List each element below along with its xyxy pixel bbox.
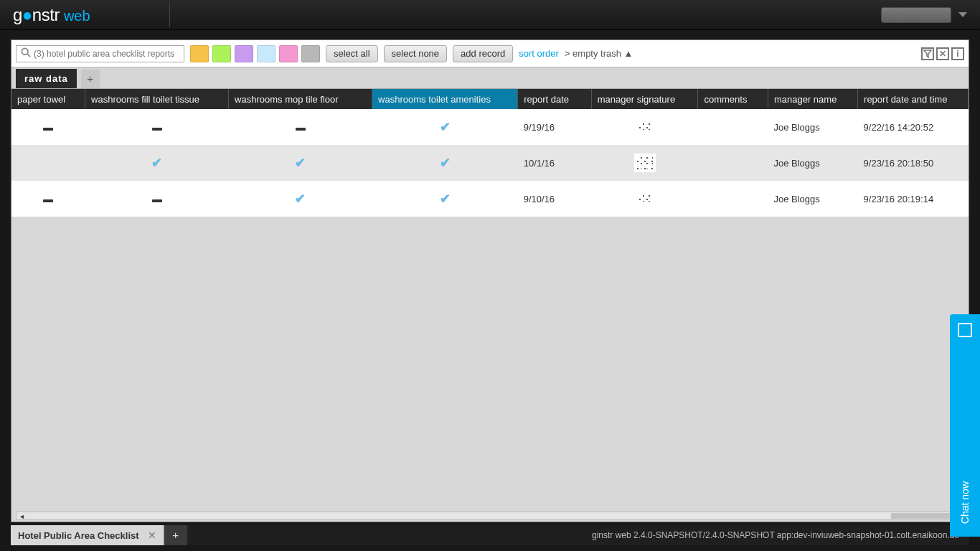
- search-input-wrap[interactable]: [16, 45, 184, 62]
- filter-icon[interactable]: [921, 47, 934, 60]
- column-header[interactable]: report date and time: [858, 89, 969, 109]
- grid-header-row: paper towelwashrooms fill toilet tissuew…: [11, 89, 969, 109]
- tab-raw-data[interactable]: raw data: [16, 69, 77, 88]
- sheet-tabs: raw data +: [11, 67, 969, 89]
- table-row[interactable]: ✔✔9/10/16Joe Bloggs9/23/16 20:19:14: [11, 181, 969, 217]
- search-input[interactable]: [34, 49, 179, 59]
- color-swatch[interactable]: [301, 45, 320, 62]
- workspace-tab-label: Hotel Public Area Checklist: [18, 530, 139, 541]
- column-header[interactable]: washrooms fill toilet tissue: [85, 89, 229, 109]
- color-swatch[interactable]: [212, 45, 231, 62]
- close-icon[interactable]: ✕: [936, 47, 949, 60]
- signature-thumb[interactable]: [636, 120, 654, 133]
- search-icon: [21, 47, 31, 60]
- signature-thumb[interactable]: [636, 192, 654, 204]
- topbar: g●nstr web: [0, 0, 980, 30]
- check-icon: ✔: [295, 156, 306, 170]
- svg-point-0: [22, 48, 28, 55]
- dash-icon: [43, 128, 53, 131]
- toolbar: select all select none add record sort o…: [11, 40, 969, 67]
- data-grid: paper towelwashrooms fill toilet tissuew…: [11, 89, 969, 217]
- chat-now-tab[interactable]: Chat now: [950, 314, 980, 537]
- select-none-button[interactable]: select none: [384, 45, 448, 62]
- svg-line-1: [27, 54, 30, 57]
- color-swatches: [190, 45, 320, 62]
- footer-bar: Hotel Public Area Checklist ✕ + ginstr w…: [11, 525, 969, 545]
- column-header[interactable]: washrooms toilet amenities: [372, 89, 518, 109]
- empty-trash-link[interactable]: > empty trash ▲: [565, 48, 633, 59]
- check-icon: ✔: [151, 156, 162, 170]
- check-icon: ✔: [295, 192, 306, 206]
- add-sheet-button[interactable]: +: [81, 70, 100, 88]
- dash-icon: [152, 128, 162, 131]
- table-row[interactable]: ✔✔✔10/1/16Joe Bloggs9/23/16 20:18:50: [11, 145, 969, 181]
- check-icon: ✔: [440, 156, 451, 170]
- column-header[interactable]: report date: [518, 89, 592, 109]
- column-header[interactable]: paper towel: [11, 89, 85, 109]
- close-workspace-icon[interactable]: ✕: [148, 529, 156, 541]
- color-swatch[interactable]: [257, 45, 275, 62]
- workspace: select all select none add record sort o…: [11, 39, 969, 522]
- horizontal-scrollbar[interactable]: ◄: [16, 512, 964, 520]
- chat-icon: [958, 323, 972, 337]
- color-swatch[interactable]: [279, 45, 298, 62]
- info-icon[interactable]: i: [951, 47, 964, 60]
- column-header[interactable]: washrooms mop tile floor: [229, 89, 372, 109]
- check-icon: ✔: [440, 120, 451, 134]
- sort-order-link[interactable]: sort order: [519, 48, 559, 59]
- data-grid-wrap: paper towelwashrooms fill toilet tissuew…: [11, 89, 969, 512]
- add-record-button[interactable]: add record: [453, 45, 513, 62]
- user-menu-button[interactable]: [881, 7, 951, 23]
- color-swatch[interactable]: [190, 45, 209, 62]
- signature-thumb[interactable]: [634, 154, 656, 172]
- chat-label: Chat now: [959, 481, 971, 524]
- workspace-tab[interactable]: Hotel Public Area Checklist ✕: [11, 525, 164, 545]
- dash-icon: [296, 128, 306, 131]
- table-row[interactable]: ✔9/19/16Joe Bloggs9/22/16 14:20:52: [11, 109, 969, 145]
- version-label: ginstr web 2.4.0-SNAPSHOT/2.4.0-SNAPSHOT…: [592, 530, 969, 540]
- chevron-down-icon[interactable]: [958, 12, 967, 17]
- column-header[interactable]: comments: [698, 89, 768, 109]
- dash-icon: [152, 199, 162, 202]
- brand-logo: g●nstr web: [13, 5, 90, 25]
- check-icon: ✔: [440, 192, 451, 206]
- add-workspace-button[interactable]: +: [164, 525, 187, 545]
- color-swatch[interactable]: [235, 45, 253, 62]
- column-header[interactable]: manager signature: [591, 89, 698, 109]
- column-header[interactable]: manager name: [768, 89, 857, 109]
- select-all-button[interactable]: select all: [326, 45, 378, 62]
- dash-icon: [43, 199, 53, 202]
